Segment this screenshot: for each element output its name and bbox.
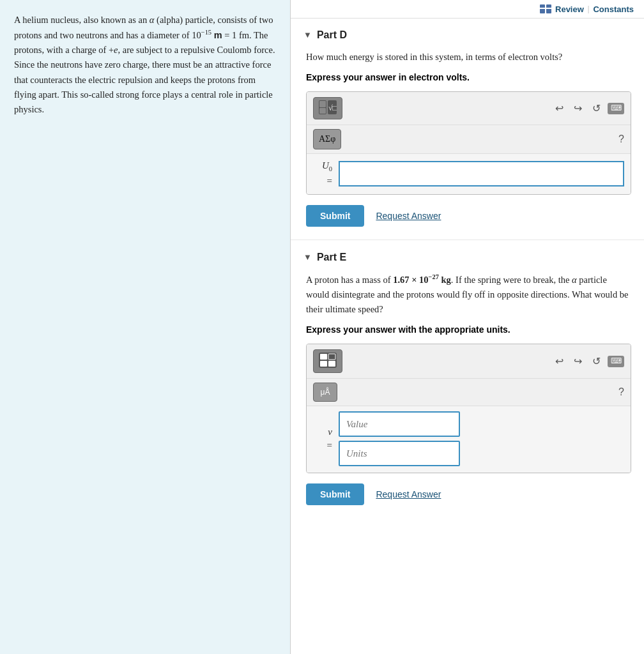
svg-rect-10 [320,354,327,360]
part-d-instruction: Express your answer in electron volts. [306,72,631,82]
part-e-answer-box: ↩ ↪ ↺ μÅ ? v= [306,344,631,473]
part-d-redo-btn[interactable]: ↪ [571,101,585,116]
part-d-toolbar-row1: √□ ↩ ↪ ↺ [307,92,631,125]
svg-rect-2 [540,8,545,9]
part-e-action-row: Submit Request Answer [306,483,631,505]
svg-rect-7 [319,108,326,114]
part-e-toolbar-row1: ↩ ↪ ↺ [307,344,631,379]
problem-description: A helium nucleus, also known as an α (al… [0,0,291,654]
part-e-toolbar-row2: μÅ ? [307,379,631,406]
part-e-question: A proton has a mass of 1.67 × 10−27 kg. … [306,272,631,317]
problem-text: A helium nucleus, also known as an α (al… [14,13,276,117]
part-d-refresh-btn[interactable]: ↺ [589,101,604,116]
part-e-help: ? [618,386,624,398]
part-e-request-answer[interactable]: Request Answer [376,489,441,499]
review-book-icon [540,4,551,13]
part-e-keyboard-icon [608,356,624,367]
part-d-section: ▼ Part D How much energy is stored in th… [291,18,644,240]
part-d-action-row: Submit Request Answer [306,205,631,227]
part-e-label: v= [313,425,332,452]
part-e-units-input[interactable] [339,441,460,466]
separator: | [588,4,590,14]
part-d-answer-box: √□ ↩ ↪ ↺ AΣφ ? [306,91,631,195]
part-e-grid-btn[interactable] [313,349,342,373]
part-d-toolbar-row2: AΣφ ? [307,125,631,154]
part-d-collapse-arrow[interactable]: ▼ [303,30,312,40]
part-d-answer-input[interactable] [339,161,624,186]
part-e-value-input[interactable] [339,411,460,437]
svg-text:√□: √□ [328,103,337,112]
constants-link[interactable]: Constants [593,4,634,14]
part-e-submit-btn[interactable]: Submit [306,483,364,505]
svg-rect-11 [328,354,335,360]
part-d-request-answer[interactable]: Request Answer [376,211,441,221]
part-d-help: ? [618,133,624,145]
part-e-input-area: v= [307,406,631,473]
part-e-refresh-btn[interactable]: ↺ [589,354,604,369]
part-d-undo-btn[interactable]: ↩ [552,101,567,116]
part-e-section: ▼ Part E A proton has a mass of 1.67 × 1… [291,240,644,518]
part-d-keyboard-icon [608,103,624,114]
part-d-input-area: U0= [307,154,631,194]
part-d-greek-btn[interactable]: AΣφ [313,129,341,149]
part-e-undo-btn[interactable]: ↩ [552,354,567,369]
svg-rect-3 [546,8,551,9]
svg-rect-12 [320,361,327,367]
svg-rect-6 [319,101,326,107]
part-d-question: How much energy is stored in this system… [306,50,631,65]
part-d-submit-btn[interactable]: Submit [306,205,364,227]
review-link[interactable]: Review [555,4,584,14]
part-d-label: U0= [313,159,332,188]
part-e-inputs [339,411,460,466]
part-e-units-btn[interactable]: μÅ [313,383,337,402]
svg-rect-13 [328,361,335,367]
part-d-title: Part D [317,29,347,41]
part-e-instruction: Express your answer with the appropriate… [306,324,631,335]
part-e-collapse-arrow[interactable]: ▼ [303,252,312,262]
part-e-title: Part E [317,252,346,263]
part-d-math-btn[interactable]: √□ [313,97,342,119]
part-e-redo-btn[interactable]: ↪ [571,354,585,369]
